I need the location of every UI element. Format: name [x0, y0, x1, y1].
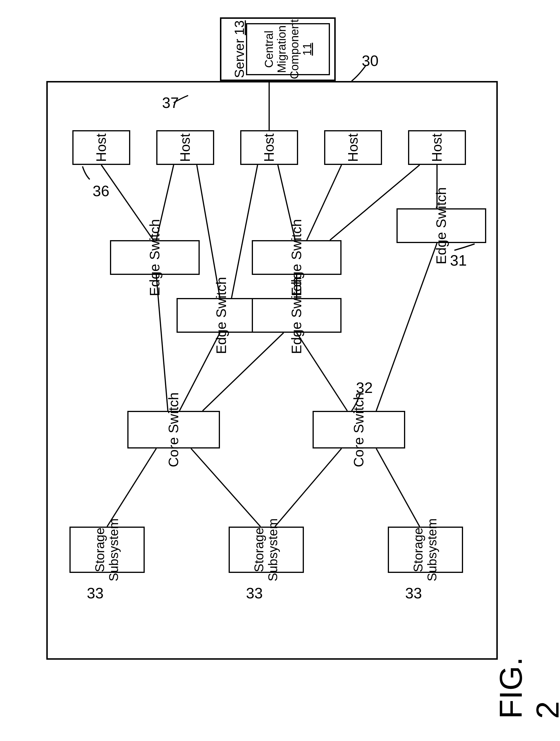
ref-33-a: 33 — [87, 585, 104, 602]
figure-label: FIG. 2 — [492, 657, 560, 719]
ref-32: 32 — [356, 379, 373, 396]
cmc-line3: Component — [288, 19, 301, 79]
host-5-label: Host — [430, 133, 445, 162]
edge-switch-4-label: Edge Switch — [289, 277, 304, 354]
host-3-label: Host — [262, 133, 277, 162]
cmc-id: 11 — [301, 43, 313, 56]
host-1-label: Host — [94, 133, 109, 162]
ref-31: 31 — [450, 252, 467, 269]
storage-2: Storage Subsystem — [229, 527, 304, 573]
storage-1-line1: Storage — [93, 528, 107, 572]
host-1: Host — [72, 130, 130, 165]
edge-switch-1: Edge Switch — [110, 240, 200, 275]
host-2-label: Host — [178, 133, 193, 162]
host-5: Host — [408, 130, 466, 165]
storage-3: Storage Subsystem — [388, 527, 463, 573]
edge-switch-3: Edge Switch — [252, 240, 341, 275]
storage-1: Storage Subsystem — [69, 527, 145, 573]
server-id: 13 — [232, 20, 247, 35]
storage-2-line1: Storage — [252, 528, 266, 572]
edge-switch-4: Edge Switch — [252, 298, 341, 333]
ref-36: 36 — [92, 182, 109, 200]
host-4: Host — [324, 130, 382, 165]
host-4-label: Host — [346, 133, 361, 162]
edge-switch-2-label: Edge Switch — [214, 277, 229, 354]
diagram-canvas: Server 13 Central Migration Component 11… — [0, 0, 560, 741]
central-migration-component: Central Migration Component 11 — [246, 23, 330, 75]
core-switch-2-label: Core Switch — [351, 392, 367, 467]
ref-33-c: 33 — [405, 585, 422, 602]
host-2: Host — [156, 130, 214, 165]
storage-1-line2: Subsystem — [107, 518, 121, 581]
ref-37: 37 — [162, 94, 179, 112]
cmc-line1: Central — [262, 31, 275, 68]
edge-switch-5-label: Edge Switch — [434, 187, 449, 264]
core-switch-1: Core Switch — [127, 411, 220, 449]
server-title: Server — [232, 39, 247, 78]
storage-3-line1: Storage — [411, 528, 425, 572]
cmc-line2: Migration — [275, 25, 288, 73]
storage-2-line2: Subsystem — [266, 518, 280, 581]
core-switch-1-label: Core Switch — [166, 392, 181, 467]
storage-3-line2: Subsystem — [425, 518, 439, 581]
edge-switch-5: Edge Switch — [396, 208, 486, 243]
host-3: Host — [240, 130, 298, 165]
core-switch-2: Core Switch — [313, 411, 405, 449]
ref-30: 30 — [362, 52, 379, 69]
edge-switch-1-label: Edge Switch — [147, 219, 163, 296]
ref-33-b: 33 — [246, 585, 263, 602]
